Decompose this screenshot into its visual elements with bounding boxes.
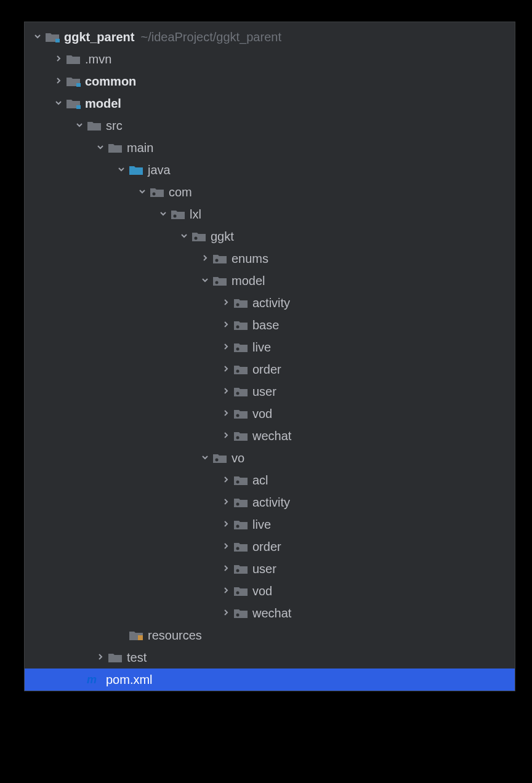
tree-label: main (127, 137, 153, 159)
svg-point-19 (236, 547, 240, 550)
tree-label: vod (252, 403, 272, 425)
tree-label: .mvn (85, 48, 111, 70)
package-icon (149, 185, 165, 199)
svg-point-7 (216, 281, 219, 284)
svg-point-16 (236, 481, 240, 484)
tree-label: wechat (252, 602, 291, 624)
tree-label: pom.xml (106, 669, 153, 691)
tree-item-wechat[interactable]: wechat (25, 425, 515, 447)
resources-folder-icon (128, 628, 144, 642)
chevron-down-icon (52, 92, 65, 114)
tree-label: activity (252, 292, 290, 314)
svg-point-9 (236, 326, 240, 329)
tree-item-vo-order[interactable]: order (25, 536, 515, 558)
package-icon (233, 518, 249, 531)
svg-rect-23 (138, 635, 143, 640)
svg-point-11 (236, 370, 240, 373)
chevron-right-icon (219, 358, 233, 380)
package-icon (233, 296, 249, 310)
tree-item-vo-live[interactable]: live (25, 513, 515, 536)
package-icon (191, 230, 207, 243)
tree-item-model[interactable]: model (25, 92, 515, 114)
chevron-right-icon (219, 425, 233, 447)
chevron-right-icon (219, 602, 233, 624)
svg-point-8 (236, 303, 240, 307)
tree-label: common (85, 70, 136, 92)
svg-point-3 (153, 193, 156, 196)
tree-item-mvn[interactable]: .mvn (25, 48, 515, 70)
chevron-right-icon (219, 513, 233, 536)
module-folder-icon (44, 30, 60, 44)
tree-item-live[interactable]: live (25, 336, 515, 358)
chevron-right-icon (94, 646, 107, 669)
tree-label: vod (252, 580, 272, 602)
tree-item-src[interactable]: src (25, 114, 515, 137)
tree-label: model (232, 270, 265, 292)
svg-point-18 (236, 525, 240, 528)
chevron-down-icon (73, 114, 86, 137)
chevron-down-icon (115, 159, 128, 181)
svg-point-5 (195, 237, 198, 240)
tree-item-vo-vod[interactable]: vod (25, 580, 515, 602)
chevron-down-icon (198, 270, 212, 292)
chevron-down-icon (135, 181, 149, 203)
chevron-right-icon (52, 70, 65, 92)
tree-label: resources (148, 624, 202, 646)
tree-item-order[interactable]: order (25, 358, 515, 380)
tree-item-vo-activity[interactable]: activity (25, 491, 515, 513)
tree-item-enums[interactable]: enums (25, 247, 515, 270)
tree-item-lxl[interactable]: lxl (25, 203, 515, 225)
chevron-right-icon (219, 580, 233, 602)
svg-text:m: m (87, 673, 97, 686)
tree-item-ggkt[interactable]: ggkt (25, 225, 515, 247)
tree-label: wechat (252, 425, 291, 447)
svg-point-4 (174, 215, 177, 218)
tree-item-vod[interactable]: vod (25, 403, 515, 425)
chevron-right-icon (219, 536, 233, 558)
tree-item-vo-wechat[interactable]: wechat (25, 602, 515, 624)
tree-item-resources[interactable]: resources (25, 624, 515, 646)
package-icon (233, 340, 249, 354)
svg-point-12 (236, 392, 240, 395)
chevron-right-icon (219, 491, 233, 513)
chevron-down-icon (156, 203, 170, 225)
package-icon (233, 540, 249, 553)
tree-item-vo[interactable]: vo (25, 447, 515, 469)
tree-item-java[interactable]: java (25, 159, 515, 181)
package-icon (233, 496, 249, 509)
tree-label: model (85, 92, 121, 114)
tree-item-pom[interactable]: m pom.xml (25, 669, 515, 691)
svg-rect-2 (76, 105, 81, 109)
tree-item-root[interactable]: ggkt_parent ~/ideaProject/ggkt_parent (25, 26, 515, 48)
svg-point-20 (236, 569, 240, 572)
tree-item-main[interactable]: main (25, 137, 515, 159)
svg-point-22 (236, 614, 240, 617)
tree-item-vo-acl[interactable]: acl (25, 469, 515, 491)
tree-label: order (252, 358, 281, 380)
chevron-right-icon (219, 380, 233, 403)
svg-point-6 (216, 259, 219, 262)
chevron-down-icon (198, 447, 212, 469)
tree-item-activity[interactable]: activity (25, 292, 515, 314)
tree-label: acl (252, 469, 268, 491)
package-icon (233, 363, 249, 376)
chevron-down-icon (94, 137, 107, 159)
package-icon (233, 584, 249, 598)
tree-item-com[interactable]: com (25, 181, 515, 203)
svg-point-21 (236, 592, 240, 595)
tree-item-user[interactable]: user (25, 380, 515, 403)
package-icon (233, 473, 249, 487)
tree-item-vo-user[interactable]: user (25, 558, 515, 580)
chevron-right-icon (219, 336, 233, 358)
tree-label: order (252, 536, 281, 558)
chevron-right-icon (198, 247, 212, 270)
tree-item-test[interactable]: test (25, 646, 515, 669)
tree-item-common[interactable]: common (25, 70, 515, 92)
tree-label: ggkt (211, 225, 234, 247)
tree-item-model-pkg[interactable]: model (25, 270, 515, 292)
package-icon (233, 606, 249, 620)
tree-item-base[interactable]: base (25, 314, 515, 336)
project-tree: ggkt_parent ~/ideaProject/ggkt_parent .m… (25, 26, 515, 691)
folder-icon (107, 651, 123, 664)
tree-label: user (252, 380, 276, 403)
